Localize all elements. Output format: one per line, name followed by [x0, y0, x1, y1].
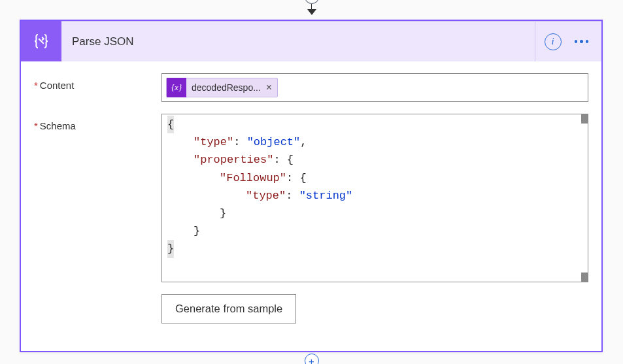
- code-brace: }: [220, 207, 226, 220]
- parse-json-icon: [31, 31, 51, 51]
- required-indicator: *: [34, 120, 38, 131]
- content-label: *Content: [34, 73, 161, 102]
- scrollbar-thumb[interactable]: [581, 273, 588, 282]
- parse-json-action-card: Parse JSON i *Content {x} decodedRespo..…: [20, 20, 603, 352]
- schema-label: *Schema: [34, 114, 161, 323]
- required-indicator: *: [34, 80, 38, 91]
- code-key: "type": [246, 190, 286, 202]
- code-brace: }: [194, 225, 200, 237]
- token-label: decodedRespo...: [192, 82, 261, 93]
- variable-icon: {x}: [167, 78, 186, 97]
- code-key: "type": [194, 136, 233, 148]
- content-input[interactable]: {x} decodedRespo... ×: [161, 73, 588, 102]
- content-row: *Content {x} decodedRespo... ×: [34, 73, 588, 102]
- schema-code: { "type": "object", "properties": { "Fol…: [162, 114, 588, 263]
- action-body: *Content {x} decodedRespo... × *Schema: [21, 61, 601, 351]
- schema-code-editor[interactable]: { "type": "object", "properties": { "Fol…: [161, 114, 588, 282]
- content-label-text: Content: [40, 80, 75, 91]
- token-remove-button[interactable]: ×: [266, 82, 272, 93]
- code-brace: }: [167, 240, 174, 257]
- schema-label-text: Schema: [40, 120, 76, 131]
- code-key: "properties": [194, 154, 273, 166]
- code-value: "string": [299, 190, 353, 202]
- add-step-button[interactable]: +: [305, 354, 319, 364]
- incoming-connector: [305, 0, 319, 15]
- info-button[interactable]: i: [545, 33, 562, 50]
- header-actions: i: [535, 21, 602, 61]
- code-key: "Followup": [220, 172, 286, 184]
- schema-row: *Schema { "type": "object", "properties"…: [34, 114, 588, 323]
- action-icon-box: [21, 21, 61, 61]
- dynamic-content-token[interactable]: {x} decodedRespo... ×: [166, 78, 278, 97]
- code-value: "object": [247, 136, 301, 148]
- code-brace: {: [167, 116, 174, 133]
- action-title[interactable]: Parse JSON: [61, 21, 535, 61]
- more-menu-button[interactable]: [571, 36, 593, 47]
- scrollbar-thumb[interactable]: [581, 114, 588, 124]
- generate-from-sample-button[interactable]: Generate from sample: [161, 294, 296, 323]
- add-step-connector: +: [305, 354, 319, 364]
- action-header: Parse JSON i: [21, 21, 601, 61]
